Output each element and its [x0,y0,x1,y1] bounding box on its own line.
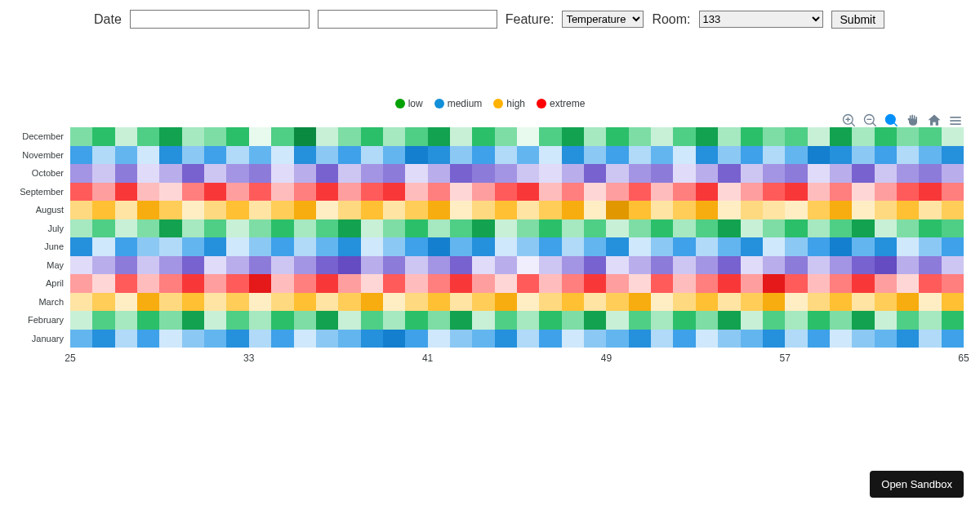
heatmap-cell[interactable] [673,274,695,293]
zoom-out-icon[interactable] [862,113,879,129]
heatmap-cell[interactable] [383,256,405,275]
heatmap-cell[interactable] [741,256,763,275]
heatmap-cell[interactable] [405,274,427,293]
heatmap-cell[interactable] [137,146,159,165]
heatmap-cell[interactable] [472,237,494,256]
heatmap-cell[interactable] [70,274,92,293]
heatmap-cell[interactable] [361,237,383,256]
heatmap-cell[interactable] [226,330,248,348]
heatmap-cell[interactable] [338,274,360,293]
heatmap-cell[interactable] [428,256,450,275]
heatmap-cell[interactable] [517,127,539,146]
heatmap-cell[interactable] [495,201,517,219]
heatmap-cell[interactable] [204,293,226,312]
heatmap-cell[interactable] [651,164,673,183]
heatmap-cell[interactable] [919,293,941,312]
heatmap-cell[interactable] [249,311,271,330]
heatmap-cell[interactable] [718,330,740,348]
heatmap-cell[interactable] [271,127,293,146]
heatmap-cell[interactable] [159,219,181,238]
heatmap-cell[interactable] [606,219,628,238]
heatmap-cell[interactable] [897,311,919,330]
heatmap-cell[interactable] [294,274,316,293]
heatmap-cell[interactable] [606,311,628,330]
heatmap-cell[interactable] [271,219,293,238]
heatmap-cell[interactable] [763,164,785,183]
heatmap-cell[interactable] [897,146,919,165]
heatmap-cell[interactable] [808,274,830,293]
heatmap-cell[interactable] [383,274,405,293]
heatmap-cell[interactable] [785,201,807,219]
heatmap-cell[interactable] [606,183,628,202]
heatmap-cell[interactable] [830,237,852,256]
heatmap-cell[interactable] [472,164,494,183]
heatmap-cell[interactable] [226,183,248,202]
heatmap-cell[interactable] [226,201,248,219]
heatmap-cell[interactable] [159,330,181,348]
heatmap-cell[interactable] [472,330,494,348]
heatmap-cell[interactable] [539,219,561,238]
heatmap-cell[interactable] [875,219,897,238]
heatmap-cell[interactable] [651,330,673,348]
heatmap-cell[interactable] [450,274,472,293]
heatmap-cell[interactable] [919,146,941,165]
date-start-input[interactable] [130,10,310,29]
heatmap-cell[interactable] [92,146,114,165]
heatmap-cell[interactable] [271,330,293,348]
heatmap-cell[interactable] [741,183,763,202]
heatmap-cell[interactable] [70,293,92,312]
heatmap-cell[interactable] [696,311,718,330]
heatmap-cell[interactable] [673,146,695,165]
heatmap-cell[interactable] [70,146,92,165]
zoom-icon[interactable] [884,113,900,129]
heatmap-cell[interactable] [517,311,539,330]
heatmap-cell[interactable] [629,256,651,275]
heatmap-cell[interactable] [830,219,852,238]
heatmap-cell[interactable] [942,274,964,293]
heatmap-cell[interactable] [875,274,897,293]
heatmap-cell[interactable] [584,183,606,202]
heatmap-cell[interactable] [808,201,830,219]
heatmap-cell[interactable] [159,256,181,275]
heatmap-cell[interactable] [428,311,450,330]
heatmap-cell[interactable] [741,237,763,256]
heatmap-cell[interactable] [226,146,248,165]
heatmap-cell[interactable] [741,274,763,293]
heatmap-cell[interactable] [919,311,941,330]
heatmap-cell[interactable] [204,237,226,256]
heatmap-cell[interactable] [226,256,248,275]
heatmap-cell[interactable] [316,183,338,202]
heatmap-cell[interactable] [763,274,785,293]
heatmap-cell[interactable] [696,293,718,312]
heatmap-cell[interactable] [115,311,137,330]
heatmap-cell[interactable] [942,311,964,330]
heatmap-cell[interactable] [808,183,830,202]
heatmap-cell[interactable] [316,293,338,312]
heatmap-cell[interactable] [517,274,539,293]
heatmap-cell[interactable] [718,164,740,183]
heatmap-cell[interactable] [70,201,92,219]
zoom-in-icon[interactable] [841,113,858,129]
pan-icon[interactable] [905,113,921,129]
heatmap-cell[interactable] [539,127,561,146]
heatmap-cell[interactable] [517,237,539,256]
heatmap-cell[interactable] [450,330,472,348]
heatmap-cell[interactable] [450,256,472,275]
heatmap-cell[interactable] [875,311,897,330]
heatmap-cell[interactable] [696,164,718,183]
heatmap-cell[interactable] [405,237,427,256]
heatmap-cell[interactable] [584,256,606,275]
heatmap-cell[interactable] [852,127,874,146]
heatmap-cell[interactable] [338,311,360,330]
heatmap-cell[interactable] [919,164,941,183]
heatmap-cell[interactable] [182,274,204,293]
heatmap-cell[interactable] [316,237,338,256]
heatmap-cell[interactable] [361,330,383,348]
heatmap-cell[interactable] [562,183,584,202]
heatmap-cell[interactable] [495,256,517,275]
heatmap-cell[interactable] [271,311,293,330]
heatmap-cell[interactable] [830,330,852,348]
heatmap-cell[interactable] [741,146,763,165]
heatmap-cell[interactable] [919,183,941,202]
heatmap-cell[interactable] [584,293,606,312]
